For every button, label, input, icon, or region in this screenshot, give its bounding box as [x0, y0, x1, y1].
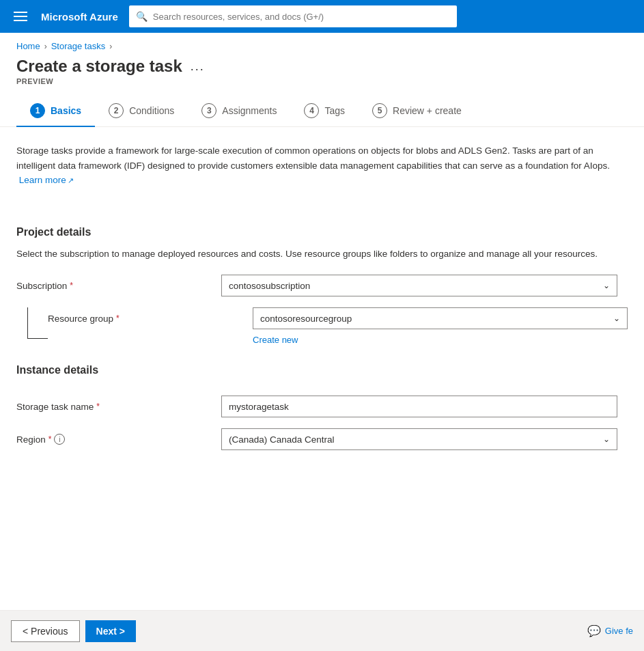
subscription-row: Subscription * contososubscription ⌄ — [16, 275, 628, 296]
tab-num-4: 4 — [304, 103, 319, 118]
subscription-dropdown[interactable]: contososubscription ⌄ — [221, 275, 617, 296]
project-details-desc: Select the subscription to manage deploy… — [16, 247, 617, 262]
region-value: (Canada) Canada Central — [229, 434, 335, 445]
tab-num-5: 5 — [372, 103, 387, 118]
region-row: Region * i (Canada) Canada Central ⌄ — [16, 428, 628, 450]
subscription-control: contososubscription ⌄ — [221, 275, 617, 296]
hamburger-menu[interactable] — [11, 9, 30, 24]
tab-num-3: 3 — [201, 103, 216, 118]
storage-task-name-row: Storage task name * — [16, 396, 628, 417]
resource-group-content: Resource group * contosoresourcegroup ⌄ … — [48, 307, 628, 348]
resource-group-control: contosoresourcegroup ⌄ — [253, 307, 628, 329]
tab-basics-label: Basics — [51, 105, 81, 116]
storage-task-name-label-col: Storage task name * — [16, 402, 221, 412]
external-link-icon: ↗ — [68, 176, 74, 184]
tab-assignments[interactable]: 3 Assignments — [188, 98, 290, 126]
resource-group-dropdown[interactable]: contosoresourcegroup ⌄ — [253, 307, 628, 329]
tab-conditions-label: Conditions — [129, 105, 174, 116]
search-input[interactable] — [153, 12, 450, 22]
resource-group-dropdown-arrow: ⌄ — [613, 314, 620, 323]
tab-num-2: 2 — [109, 103, 124, 118]
tab-tags[interactable]: 4 Tags — [290, 98, 359, 126]
resource-group-label-col: Resource group * — [48, 314, 253, 324]
page-description: Storage tasks provide a framework for la… — [16, 143, 617, 188]
search-bar[interactable]: 🔍 — [129, 5, 457, 27]
breadcrumb-sep-1: › — [44, 42, 47, 51]
region-label-col: Region * i — [16, 434, 221, 445]
breadcrumb: Home › Storage tasks › — [0, 33, 644, 51]
resource-group-label: Resource group — [48, 314, 113, 324]
storage-task-name-input[interactable] — [221, 396, 617, 417]
subscription-required: * — [70, 281, 73, 290]
region-control: (Canada) Canada Central ⌄ — [221, 428, 617, 450]
resource-group-value: contosoresourcegroup — [260, 314, 352, 324]
instance-details-section: Instance details Storage task name * Reg… — [16, 364, 628, 450]
storage-task-name-control — [221, 396, 617, 417]
tab-assignments-label: Assignments — [222, 105, 277, 116]
preview-badge: PREVIEW — [0, 76, 644, 87]
tab-num-1: 1 — [30, 103, 45, 118]
resource-group-indented-row: Resource group * contosoresourcegroup ⌄ … — [16, 307, 628, 348]
subscription-label: Subscription — [16, 281, 67, 291]
search-icon: 🔍 — [136, 11, 148, 22]
region-required: * — [48, 434, 52, 444]
subscription-label-col: Subscription * — [16, 281, 221, 291]
breadcrumb-storage-tasks[interactable]: Storage tasks — [51, 41, 106, 51]
subscription-dropdown-arrow: ⌄ — [603, 281, 610, 290]
tab-review-create-label: Review + create — [393, 105, 462, 116]
project-details-title: Project details — [16, 226, 628, 238]
storage-task-name-required: * — [96, 402, 100, 411]
more-options-button[interactable]: ... — [191, 59, 205, 74]
top-navigation: Microsoft Azure 🔍 — [0, 0, 644, 33]
instance-details-title: Instance details — [16, 364, 628, 376]
page-header: Create a storage task ... — [0, 51, 644, 76]
breadcrumb-home[interactable]: Home — [16, 41, 40, 51]
spacer — [16, 385, 628, 396]
tab-basics[interactable]: 1 Basics — [16, 98, 95, 126]
region-label: Region — [16, 434, 46, 445]
region-info-icon[interactable]: i — [54, 434, 65, 445]
region-dropdown[interactable]: (Canada) Canada Central ⌄ — [221, 428, 617, 450]
app-title: Microsoft Azure — [41, 11, 118, 23]
create-new-link[interactable]: Create new — [253, 332, 298, 348]
subscription-value: contososubscription — [229, 281, 310, 291]
tab-review-create[interactable]: 5 Review + create — [359, 98, 475, 126]
resource-group-required: * — [116, 314, 120, 323]
page-title: Create a storage task — [16, 57, 182, 76]
tab-conditions[interactable]: 2 Conditions — [95, 98, 188, 126]
learn-more-link[interactable]: Learn more↗ — [19, 175, 74, 185]
tab-tags-label: Tags — [324, 105, 345, 116]
region-dropdown-arrow: ⌄ — [603, 434, 610, 444]
resource-group-row: Resource group * contosoresourcegroup ⌄ — [48, 307, 628, 329]
breadcrumb-sep-2: › — [109, 42, 112, 51]
tree-connector — [27, 307, 48, 339]
storage-task-name-label: Storage task name — [16, 402, 94, 412]
main-content: Storage tasks provide a framework for la… — [0, 127, 644, 477]
wizard-tabs: 1 Basics 2 Conditions 3 Assignments 4 Ta… — [0, 87, 644, 127]
project-details-section: Project details Select the subscription … — [16, 226, 628, 348]
